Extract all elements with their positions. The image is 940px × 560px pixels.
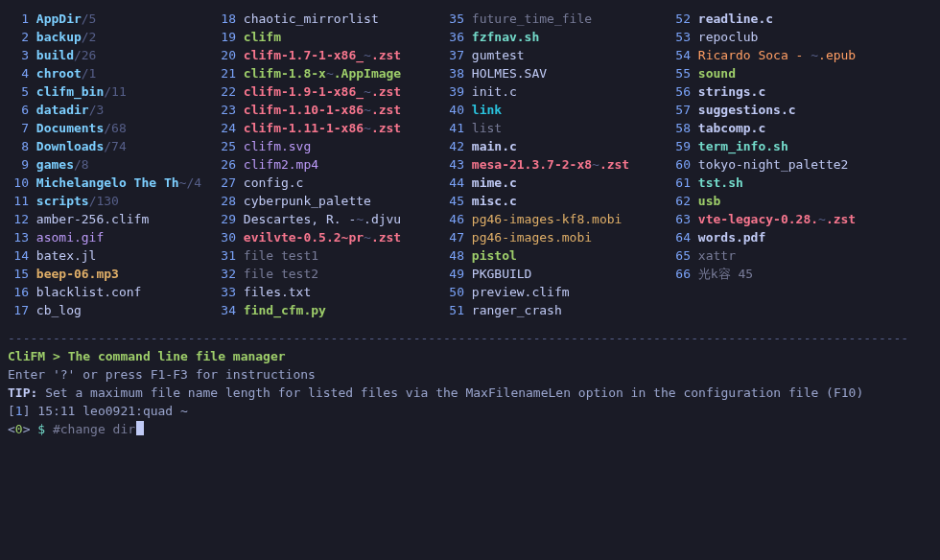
file-entry[interactable]: 33 files.txt	[215, 283, 443, 301]
file-entry[interactable]: 52 readline.c	[670, 10, 932, 28]
file-entry[interactable]: 51 ranger_crash	[443, 301, 670, 319]
file-entry[interactable]: 41 list	[443, 119, 670, 137]
terminal-window[interactable]: 1 AppDir/52 backup/23 build/264 chroot/1…	[0, 0, 940, 446]
file-entry[interactable]: 31 file test1	[215, 246, 443, 265]
file-entry[interactable]: 44 mime.c	[443, 174, 670, 192]
file-column: 35 future_time_file36 fzfnav.sh37 gumtes…	[443, 10, 670, 319]
file-entry[interactable]: 21 clifm-1.8-x~.AppImage	[215, 64, 443, 82]
file-entry[interactable]: 57 suggestions.c	[670, 101, 932, 119]
file-entry[interactable]: 23 clifm-1.10-1-x86~.zst	[215, 101, 443, 119]
file-index: 49	[443, 265, 464, 283]
separator-row: ----------------------------------------…	[8, 329, 932, 347]
file-name-part: /11	[104, 84, 126, 99]
file-entry[interactable]: 64 words.pdf	[670, 228, 932, 246]
file-entry[interactable]: 30 evilvte-0.5.2~pr~.zst	[215, 228, 443, 246]
file-name-part: asomi.gif	[36, 230, 104, 245]
file-entry[interactable]: 12 amber-256.clifm	[8, 210, 215, 228]
file-entry[interactable]: 39 init.c	[443, 82, 670, 101]
file-index: 65	[670, 246, 691, 265]
file-name-part: /68	[104, 121, 126, 135]
file-name-part: clifm-1.9-1-x86_	[244, 84, 364, 99]
file-entry[interactable]: 42 main.c	[443, 137, 670, 155]
file-name-part: /4	[186, 175, 201, 190]
file-entry[interactable]: 13 asomi.gif	[8, 228, 215, 246]
file-index: 62	[670, 192, 691, 210]
file-entry[interactable]: 36 fzfnav.sh	[443, 28, 670, 46]
file-entry[interactable]: 34 find_cfm.py	[215, 301, 443, 319]
file-index: 28	[215, 192, 236, 210]
file-index: 13	[8, 228, 29, 246]
file-entry[interactable]: 49 PKGBUILD	[443, 265, 670, 283]
file-entry[interactable]: 62 usb	[670, 192, 932, 210]
file-index: 6	[8, 101, 29, 119]
file-entry[interactable]: 2 backup/2	[8, 28, 215, 46]
file-entry[interactable]: 25 clifm.svg	[215, 137, 443, 155]
file-entry[interactable]: 19 clifm	[215, 28, 443, 46]
file-entry[interactable]: 29 Descartes, R. -~.djvu	[215, 210, 443, 228]
file-entry[interactable]: 35 future_time_file	[443, 10, 670, 28]
file-index: 26	[215, 155, 236, 174]
prompt-line[interactable]: <0> $ #change dir	[8, 420, 932, 438]
file-entry[interactable]: 24 clifm-1.11-1-x86~.zst	[215, 119, 443, 137]
file-name-part: ~	[818, 212, 826, 226]
file-index: 7	[8, 119, 29, 137]
file-entry[interactable]: 10 Michelangelo The Th~/4	[8, 174, 215, 192]
file-entry[interactable]: 8 Downloads/74	[8, 137, 215, 155]
file-entry[interactable]: 5 clifm_bin/11	[8, 82, 215, 101]
file-entry[interactable]: 3 build/26	[8, 46, 215, 64]
file-entry[interactable]: 26 clifm2.mp4	[215, 155, 443, 174]
file-entry[interactable]: 9 games/8	[8, 155, 215, 174]
file-entry[interactable]: 48 pistol	[443, 246, 670, 265]
file-entry[interactable]: 22 clifm-1.9-1-x86_~.zst	[215, 82, 443, 101]
file-entry[interactable]: 66 光k容 45	[670, 265, 932, 283]
file-name-part: file test2	[244, 267, 318, 281]
file-entry[interactable]: 4 chroot/1	[8, 64, 215, 82]
file-entry[interactable]: 61 tst.sh	[670, 174, 932, 192]
file-index: 3	[8, 46, 29, 64]
file-entry[interactable]: 50 preview.clifm	[443, 283, 670, 301]
file-entry[interactable]: 6 datadir/3	[8, 101, 215, 119]
file-entry[interactable]: 37 gumtest	[443, 46, 670, 64]
file-entry[interactable]: 40 link	[443, 101, 670, 119]
file-name-part: words.pdf	[698, 230, 765, 245]
file-index: 56	[670, 82, 691, 101]
file-entry[interactable]: 60 tokyo-night_palette2	[670, 155, 932, 174]
command-input[interactable]: #change dir	[53, 422, 135, 436]
file-entry[interactable]: 45 misc.c	[443, 192, 670, 210]
file-entry[interactable]: 38 HOLMES.SAV	[443, 64, 670, 82]
file-name-part: repoclub	[698, 30, 759, 44]
file-name-part: suggestions.c	[698, 103, 796, 117]
file-index: 55	[670, 64, 691, 82]
file-index: 46	[443, 210, 464, 228]
file-entry[interactable]: 18 chaotic_mirrorlist	[215, 10, 443, 28]
file-entry[interactable]: 56 strings.c	[670, 82, 932, 101]
file-index: 52	[670, 10, 691, 28]
file-name-part: ~	[326, 66, 334, 81]
file-entry[interactable]: 59 term_info.sh	[670, 137, 932, 155]
file-entry[interactable]: 55 sound	[670, 64, 932, 82]
file-entry[interactable]: 14 batex.jl	[8, 246, 215, 265]
file-entry[interactable]: 28 cyberpunk_palette	[215, 192, 443, 210]
file-entry[interactable]: 46 pg46-images-kf8.mobi	[443, 210, 670, 228]
file-entry[interactable]: 27 config.c	[215, 174, 443, 192]
file-entry[interactable]: 15 beep-06.mp3	[8, 265, 215, 283]
file-index: 4	[8, 64, 29, 82]
file-entry[interactable]: 11 scripts/130	[8, 192, 215, 210]
file-entry[interactable]: 58 tabcomp.c	[670, 119, 932, 137]
file-entry[interactable]: 1 AppDir/5	[8, 10, 215, 28]
file-index: 5	[8, 82, 29, 101]
file-entry[interactable]: 32 file test2	[215, 265, 443, 283]
file-entry[interactable]: 53 repoclub	[670, 28, 932, 46]
file-entry[interactable]: 65 xattr	[670, 246, 932, 265]
file-entry[interactable]: 54 Ricardo Soca - ~.epub	[670, 46, 932, 64]
app-tagline: The command line file manager	[68, 349, 286, 363]
file-entry[interactable]: 20 clifm-1.7-1-x86_~.zst	[215, 46, 443, 64]
file-entry[interactable]: 63 vte-legacy-0.28.~.zst	[670, 210, 932, 228]
file-entry[interactable]: 17 cb_log	[8, 301, 215, 319]
file-entry[interactable]: 43 mesa-21.3.7-2-x8~.zst	[443, 155, 670, 174]
file-index: 43	[443, 155, 464, 174]
file-entry[interactable]: 47 pg46-images.mobi	[443, 228, 670, 246]
file-entry[interactable]: 7 Documents/68	[8, 119, 215, 137]
file-entry[interactable]: 16 blacklist.conf	[8, 283, 215, 301]
file-index: 1	[8, 10, 29, 28]
